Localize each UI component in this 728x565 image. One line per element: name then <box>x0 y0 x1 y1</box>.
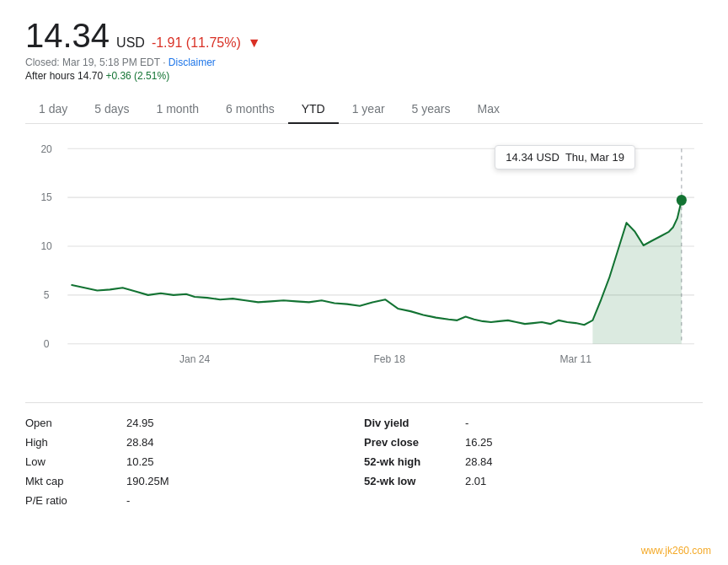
stat-label-high: High <box>25 436 110 449</box>
tab-5y[interactable]: 5 years <box>399 95 464 124</box>
stat-row-high: High 28.84 <box>25 436 364 449</box>
stat-row-mktcap: Mkt cap 190.25M <box>25 475 364 487</box>
stats-right: Div yield - Prev close 16.25 52-wk high … <box>364 417 703 507</box>
watermark: www.jk260.com <box>641 545 711 557</box>
change-amount: -1.91 <box>152 35 182 50</box>
after-hours-change: +0.36 (2.51%) <box>105 70 169 82</box>
stat-row-52wkhigh: 52-wk high 28.84 <box>364 455 703 468</box>
tab-6m[interactable]: 6 months <box>212 95 288 124</box>
after-hours-price: 14.70 <box>78 70 103 82</box>
svg-text:Mar 11: Mar 11 <box>559 353 592 365</box>
tab-1m[interactable]: 1 month <box>143 95 213 124</box>
stat-value-52wkhigh: 28.84 <box>465 455 493 468</box>
stat-row-pe: P/E ratio - <box>25 494 364 507</box>
stat-value-divyield: - <box>465 417 468 429</box>
stat-label-low: Low <box>25 455 110 468</box>
price-main: 14.34 USD -1.91 (11.75%) ▼ <box>25 17 703 55</box>
stat-label-pe: P/E ratio <box>25 494 110 507</box>
stat-value-prevclose: 16.25 <box>465 436 493 449</box>
price-change: -1.91 (11.75%) <box>152 35 241 51</box>
svg-text:5: 5 <box>44 289 50 301</box>
tooltip-price: 14.34 USD <box>506 151 559 164</box>
tab-1d[interactable]: 1 day <box>25 95 81 124</box>
price-currency: USD <box>116 35 145 51</box>
stat-value-open: 24.95 <box>126 417 154 429</box>
stat-row-low: Low 10.25 <box>25 455 364 468</box>
tab-max[interactable]: Max <box>464 95 513 124</box>
price-value: 14.34 <box>25 17 110 55</box>
after-hours-label: After hours <box>25 70 75 82</box>
price-arrow-icon: ▼ <box>248 35 261 51</box>
disclaimer-link[interactable]: Disclaimer <box>169 56 216 68</box>
price-meta: Closed: Mar 19, 5:18 PM EDT · Disclaimer <box>25 56 703 68</box>
stat-row-prevclose: Prev close 16.25 <box>364 436 703 449</box>
stat-label-divyield: Div yield <box>364 417 448 429</box>
stat-value-pe: - <box>126 494 130 507</box>
svg-text:15: 15 <box>40 191 51 203</box>
stat-value-low: 10.25 <box>126 455 154 468</box>
stat-label-mktcap: Mkt cap <box>25 475 110 487</box>
change-pct: (11.75%) <box>186 35 241 50</box>
tooltip-date: Thu, Mar 19 <box>565 151 624 164</box>
stat-value-52wklow: 2.01 <box>465 475 486 487</box>
closed-label: Closed: Mar 19, 5:18 PM EDT · <box>25 56 169 68</box>
tab-1y[interactable]: 1 year <box>339 95 399 124</box>
stat-label-open: Open <box>25 417 110 429</box>
chart-svg: 20 15 10 5 0 Jan 24 Feb 18 Mar 11 <box>25 132 703 385</box>
svg-text:20: 20 <box>40 143 51 154</box>
svg-text:Jan 24: Jan 24 <box>179 353 210 365</box>
time-tabs: 1 day 5 days 1 month 6 months YTD 1 year… <box>25 95 703 124</box>
tab-5d[interactable]: 5 days <box>81 95 142 124</box>
stat-label-52wklow: 52-wk low <box>364 475 448 487</box>
stat-value-mktcap: 190.25M <box>126 475 169 487</box>
stat-value-high: 28.84 <box>126 436 154 449</box>
stat-label-prevclose: Prev close <box>364 436 448 449</box>
stats-table: Open 24.95 High 28.84 Low 10.25 Mkt cap … <box>25 402 703 507</box>
chart-container: 14.34 USD Thu, Mar 19 20 15 10 5 0 Jan 2… <box>25 132 703 385</box>
svg-marker-14 <box>592 200 682 343</box>
stat-row-52wklow: 52-wk low 2.01 <box>364 475 703 487</box>
svg-text:0: 0 <box>44 338 50 350</box>
svg-text:10: 10 <box>40 240 51 252</box>
after-hours: After hours 14.70 +0.36 (2.51%) <box>25 70 703 82</box>
stats-left: Open 24.95 High 28.84 Low 10.25 Mkt cap … <box>25 417 364 507</box>
svg-text:Feb 18: Feb 18 <box>373 353 405 365</box>
tab-ytd[interactable]: YTD <box>288 95 339 124</box>
stat-label-52wkhigh: 52-wk high <box>364 455 448 468</box>
stat-row-open: Open 24.95 <box>25 417 364 429</box>
stat-row-divyield: Div yield - <box>364 417 703 429</box>
chart-end-dot <box>677 195 687 206</box>
chart-tooltip: 14.34 USD Thu, Mar 19 <box>495 145 635 170</box>
price-section: 14.34 USD -1.91 (11.75%) ▼ Closed: Mar 1… <box>25 17 703 82</box>
